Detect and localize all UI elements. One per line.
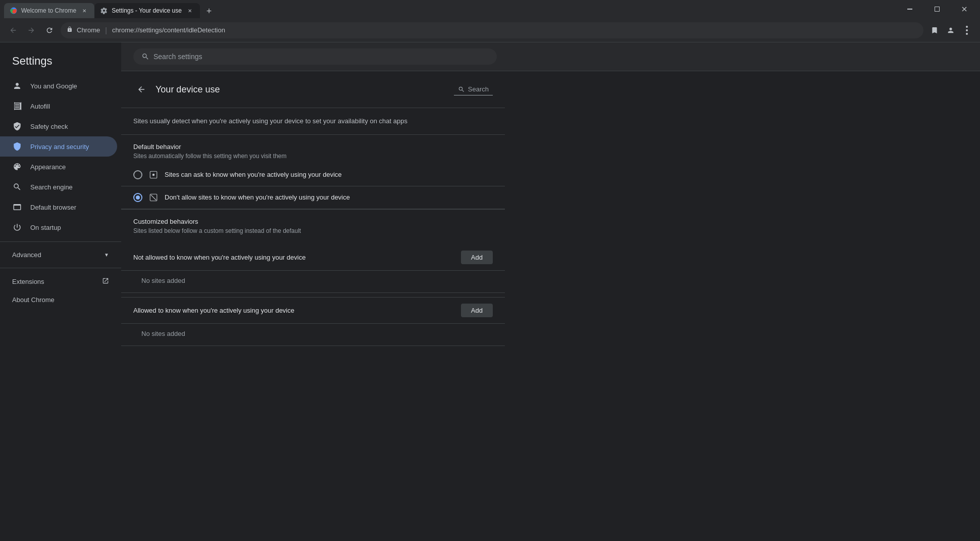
svg-point-9 — [152, 173, 155, 176]
tab-title-welcome: Welcome to Chrome — [21, 7, 76, 14]
page-header: Your device use Search — [121, 71, 505, 108]
menu-button[interactable] — [960, 23, 974, 37]
receipt-icon — [12, 101, 22, 111]
lock-icon — [67, 26, 73, 34]
back-button[interactable] — [6, 23, 20, 37]
advanced-arrow: ▼ — [104, 252, 109, 258]
sidebar-item-autofill[interactable]: Autofill — [0, 96, 117, 116]
sidebar-item-privacy-and-security[interactable]: Privacy and security — [0, 136, 117, 157]
sidebar-item-search-engine[interactable]: Search engine — [0, 177, 117, 197]
address-url: chrome://settings/content/idleDetection — [112, 26, 225, 34]
search-icon-main — [141, 53, 149, 61]
option-allow[interactable]: Sites can ask to know when you're active… — [121, 164, 505, 186]
sidebar-label-extensions: Extensions — [12, 278, 44, 285]
svg-point-7 — [966, 33, 968, 35]
profile-button[interactable] — [944, 23, 958, 37]
sidebar-item-about-chrome[interactable]: About Chrome — [0, 291, 121, 309]
sidebar-item-you-and-google[interactable]: You and Google — [0, 76, 117, 96]
shield-check-icon — [12, 121, 22, 131]
tab-settings[interactable]: Settings - Your device use ✕ — [94, 3, 200, 18]
power-icon — [12, 222, 22, 232]
tab-welcome[interactable]: Welcome to Chrome ✕ — [4, 3, 94, 18]
default-behavior-subtitle: Sites automatically follow this setting … — [133, 153, 493, 160]
address-site: Chrome — [77, 26, 100, 34]
page-back-button[interactable] — [133, 81, 149, 97]
address-separator: | — [105, 26, 107, 34]
not-allowed-no-sites: No sites added — [121, 271, 505, 293]
sidebar-label-appearance: Appearance — [30, 163, 66, 171]
customized-behaviors-header: Customized behaviors Sites listed below … — [121, 209, 505, 244]
svg-rect-2 — [935, 7, 940, 12]
customized-subtitle: Sites listed below follow a custom setti… — [133, 227, 493, 234]
main-area: Settings You and Google Autofill — [0, 42, 980, 541]
sidebar-divider-2 — [0, 268, 121, 268]
sidebar-item-safety-check[interactable]: Safety check — [0, 116, 117, 136]
maximize-button[interactable] — [925, 0, 949, 18]
not-allowed-label: Not allowed to know when you're actively… — [133, 254, 461, 261]
svg-point-5 — [966, 26, 968, 28]
sidebar-item-on-startup[interactable]: On startup — [0, 217, 117, 237]
option-icon-allow — [148, 170, 159, 180]
page-search-box[interactable]: Search — [454, 83, 493, 95]
option-label-allow: Sites can ask to know when you're active… — [165, 171, 493, 178]
browser-icon — [12, 202, 22, 212]
customized-title: Customized behaviors — [133, 218, 493, 225]
page-title: Your device use — [156, 84, 448, 95]
option-label-block: Don't allow sites to know when you're ac… — [165, 193, 493, 201]
page-search-label: Search — [468, 85, 489, 93]
new-tab-button[interactable]: + — [202, 4, 216, 18]
title-bar: Welcome to Chrome ✕ Settings - Your devi… — [0, 0, 980, 18]
tab-favicon-settings — [100, 7, 108, 14]
page-description: Sites usually detect when you're activel… — [121, 108, 505, 135]
tab-favicon-welcome — [10, 7, 17, 14]
allowed-label: Allowed to know when you're actively usi… — [133, 307, 461, 314]
tab-close-settings[interactable]: ✕ — [186, 7, 194, 15]
person-icon — [12, 81, 22, 91]
allowed-no-sites: No sites added — [121, 324, 505, 346]
sidebar-item-advanced[interactable]: Advanced ▼ — [0, 246, 121, 264]
sidebar-label-you-and-google: You and Google — [30, 82, 77, 90]
sidebar-label-advanced: Advanced — [12, 251, 41, 259]
not-allowed-row: Not allowed to know when you're actively… — [121, 244, 505, 271]
svg-line-11 — [151, 194, 157, 200]
sidebar-item-appearance[interactable]: Appearance — [0, 157, 117, 177]
tabs-bar: Welcome to Chrome ✕ Settings - Your devi… — [4, 0, 898, 18]
sidebar-label-about-chrome: About Chrome — [12, 296, 55, 304]
settings-title: Settings — [0, 51, 121, 76]
minimize-button[interactable] — [898, 0, 921, 18]
search-input-field[interactable] — [153, 53, 489, 61]
reload-button[interactable] — [42, 23, 57, 37]
radio-block[interactable] — [133, 193, 142, 202]
forward-button[interactable] — [24, 23, 38, 37]
toolbar-right — [927, 23, 974, 37]
search-input-wrap[interactable] — [133, 48, 497, 65]
bookmark-button[interactable] — [927, 23, 942, 37]
tab-close-welcome[interactable]: ✕ — [80, 7, 88, 15]
sidebar-item-default-browser[interactable]: Default browser — [0, 197, 117, 217]
svg-rect-1 — [907, 9, 912, 10]
toolbar: Chrome | chrome://settings/content/idleD… — [0, 18, 980, 42]
radio-allow[interactable] — [133, 170, 142, 179]
ext-external-icon — [102, 277, 109, 286]
default-behavior-title: Default behavior — [133, 143, 493, 151]
sidebar-item-extensions[interactable]: Extensions — [0, 272, 121, 291]
allowed-add-button[interactable]: Add — [461, 304, 493, 317]
sidebar-divider — [0, 241, 121, 242]
sidebar-label-safety-check: Safety check — [30, 123, 68, 130]
close-button[interactable] — [953, 0, 976, 18]
sidebar: Settings You and Google Autofill — [0, 42, 121, 541]
allowed-row: Allowed to know when you're actively usi… — [121, 297, 505, 324]
tab-title-settings: Settings - Your device use — [112, 7, 182, 14]
address-bar[interactable]: Chrome | chrome://settings/content/idleD… — [61, 22, 923, 38]
sidebar-label-default-browser: Default browser — [30, 204, 76, 211]
sidebar-label-privacy: Privacy and security — [30, 143, 89, 151]
palette-icon — [12, 162, 22, 172]
not-allowed-add-button[interactable]: Add — [461, 251, 493, 264]
sidebar-label-search-engine: Search engine — [30, 183, 73, 191]
window-controls — [898, 0, 976, 18]
default-behavior-header: Default behavior Sites automatically fol… — [121, 135, 505, 164]
option-icon-block — [148, 192, 159, 203]
option-block[interactable]: Don't allow sites to know when you're ac… — [121, 186, 505, 209]
page-search-icon — [458, 86, 465, 93]
radio-inner-block — [136, 195, 140, 200]
